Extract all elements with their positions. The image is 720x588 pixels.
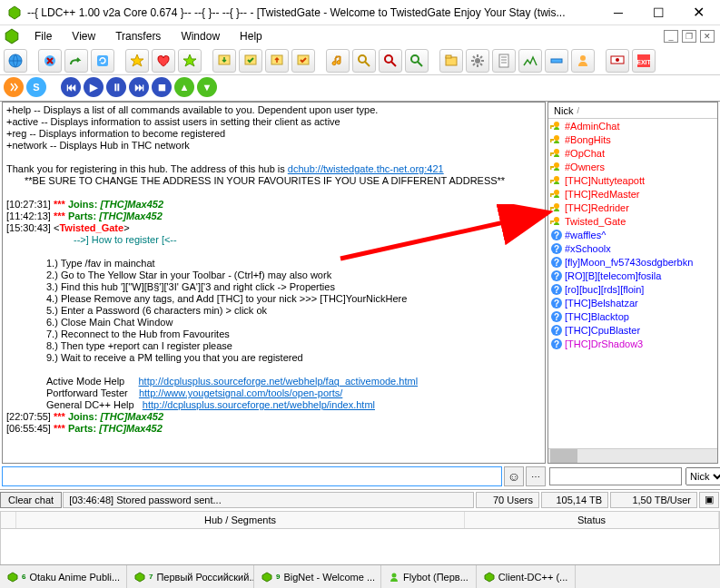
status-toggle[interactable]: ▣ bbox=[699, 492, 719, 508]
user-row[interactable]: [THC]Redrider bbox=[548, 201, 717, 214]
adl-search-icon[interactable] bbox=[379, 49, 402, 73]
menu-view[interactable]: View bbox=[63, 28, 104, 44]
user-row[interactable]: ?#xSchoolx bbox=[548, 241, 717, 255]
menu-file[interactable]: File bbox=[25, 28, 61, 44]
refresh-icon[interactable] bbox=[91, 49, 114, 73]
tab-label: Client-DC++ (... bbox=[498, 572, 567, 583]
portforward-link[interactable]: http://www.yougetsignal.com/tools/open-p… bbox=[139, 387, 342, 398]
tab-label: Otaku Anime Publi... bbox=[29, 572, 120, 583]
network-stats-icon[interactable] bbox=[518, 49, 542, 73]
col-status[interactable]: Status bbox=[465, 512, 719, 528]
upload-queue-icon[interactable] bbox=[265, 49, 289, 73]
vol-down-icon[interactable]: ▼ bbox=[197, 77, 217, 97]
user-row[interactable]: ?[THC]Blacktop bbox=[548, 309, 717, 323]
user-name: #xSchoolx bbox=[565, 243, 611, 254]
svg-text:?: ? bbox=[554, 230, 559, 240]
download-queue-icon[interactable] bbox=[212, 49, 236, 73]
user-row[interactable]: #Owners bbox=[548, 160, 717, 173]
user-row[interactable]: #AdminChat bbox=[548, 119, 717, 132]
svg-rect-15 bbox=[446, 55, 451, 58]
nick-filter-select[interactable]: Nick bbox=[685, 467, 720, 485]
user-row[interactable]: ?[fly]Moon_fv5743osdgberbkn bbox=[548, 255, 717, 269]
mdi-close-button[interactable]: ✕ bbox=[700, 30, 715, 43]
hub-tab[interactable]: Client-DC++ (... bbox=[477, 565, 576, 588]
recent-hubs-icon[interactable] bbox=[178, 49, 202, 73]
total-share: 105,14 TB bbox=[541, 492, 608, 508]
vol-up-icon[interactable]: ▲ bbox=[174, 77, 194, 97]
hub-tab[interactable]: 6Otaku Anime Publi... bbox=[0, 565, 127, 588]
options-button[interactable]: ⋯ bbox=[526, 466, 546, 486]
notepad-icon[interactable] bbox=[492, 49, 516, 73]
search-spy-icon[interactable] bbox=[405, 49, 429, 73]
status-message: [03:46:48] Stored password sent... bbox=[63, 492, 474, 508]
menu-window[interactable]: Window bbox=[172, 28, 229, 44]
clear-chat-button[interactable]: Clear chat bbox=[0, 492, 62, 508]
user-row[interactable]: [THC]Nuttyteapott bbox=[548, 173, 717, 187]
mdi-minimize-button[interactable]: _ bbox=[664, 30, 678, 43]
hub-tab[interactable]: Flybot (Перв... bbox=[381, 565, 477, 588]
play-icon[interactable]: ▶ bbox=[84, 77, 104, 97]
music-icon[interactable] bbox=[326, 49, 350, 73]
svg-point-33 bbox=[554, 162, 559, 168]
chat-input[interactable] bbox=[2, 466, 502, 486]
user-row[interactable]: ?[THC]DrShadow3 bbox=[548, 337, 717, 350]
maximize-button[interactable]: ☐ bbox=[638, 0, 678, 25]
user-row[interactable]: #OpChat bbox=[548, 146, 717, 160]
question-icon: ? bbox=[550, 324, 563, 337]
user-list[interactable]: #AdminChat#BongHits#OpChat#Owners[THC]Nu… bbox=[548, 119, 717, 448]
shutdown-icon[interactable] bbox=[606, 49, 629, 73]
nick-filter-input[interactable] bbox=[549, 467, 682, 485]
user-row[interactable]: ?[RO][B][telecom]fosila bbox=[548, 269, 717, 282]
exit-icon[interactable]: EXIT bbox=[632, 49, 656, 73]
open-filelist-icon[interactable] bbox=[439, 49, 463, 73]
menu-transfers[interactable]: Transfers bbox=[106, 28, 170, 44]
user-row[interactable]: ?[THC]Belshatzar bbox=[548, 296, 717, 309]
user-row[interactable]: ?[ro][buc][rds][floin] bbox=[548, 282, 717, 296]
search-icon[interactable] bbox=[352, 49, 376, 73]
svg-marker-5 bbox=[131, 54, 143, 66]
winamp-icon[interactable] bbox=[4, 77, 24, 97]
minimize-button[interactable]: ─ bbox=[598, 0, 638, 25]
user-row[interactable]: [THC]RedMaster bbox=[548, 187, 717, 201]
prev-track-icon[interactable]: ⏮ bbox=[61, 77, 81, 97]
svg-text:?: ? bbox=[554, 244, 559, 254]
active-mode-link[interactable]: http://dcplusplus.sourceforge.net/webhel… bbox=[139, 376, 419, 387]
user-row[interactable]: Twisted_Gate bbox=[548, 214, 717, 228]
settings-icon[interactable] bbox=[466, 49, 489, 73]
mdi-restore-button[interactable]: ❐ bbox=[682, 30, 696, 43]
fav-hubs-icon[interactable] bbox=[125, 49, 149, 73]
finished-ul-icon[interactable] bbox=[291, 49, 315, 73]
pause-icon[interactable]: ⏸ bbox=[106, 77, 126, 97]
reconnect-icon[interactable] bbox=[38, 49, 62, 73]
general-help-link[interactable]: http://dcplusplus.sourceforge.net/webhel… bbox=[143, 399, 375, 410]
emoji-button[interactable]: ☺ bbox=[504, 466, 524, 486]
hub-icon bbox=[484, 572, 495, 583]
svg-point-21 bbox=[616, 58, 619, 62]
horizontal-scrollbar[interactable] bbox=[548, 448, 717, 463]
close-button[interactable]: ✕ bbox=[678, 0, 718, 25]
chat-log[interactable]: +help -- Displays a list of all commands… bbox=[3, 103, 545, 463]
nick-column-header[interactable]: Nick / bbox=[548, 103, 717, 119]
chat-line: 9.) Wait to receive a PM telling you tha… bbox=[46, 352, 541, 364]
finished-dl-icon[interactable] bbox=[239, 49, 262, 73]
user-name: [THC]CpuBlaster bbox=[565, 325, 640, 336]
stop-icon[interactable]: ⏹ bbox=[152, 77, 172, 97]
user-row[interactable]: #BongHits bbox=[548, 132, 717, 146]
menu-help[interactable]: Help bbox=[231, 28, 271, 44]
fav-users-icon[interactable] bbox=[152, 49, 175, 73]
follow-redirect-icon[interactable] bbox=[64, 49, 88, 73]
col-hub[interactable]: Hub / Segments bbox=[16, 512, 465, 528]
user-name: #Owners bbox=[565, 162, 605, 172]
globe-icon[interactable] bbox=[4, 49, 27, 73]
next-track-icon[interactable]: ⏭ bbox=[129, 77, 149, 97]
hub-tab[interactable]: 7Первый Российский... bbox=[127, 565, 254, 588]
hub-address-link[interactable]: dchub://twistedgate.thc-net.org:421 bbox=[288, 163, 444, 174]
user-row[interactable]: ?#waffles^ bbox=[548, 228, 717, 241]
chat-line: **BE SURE TO CHANGE THE ADDRESS IN YOUR … bbox=[25, 175, 541, 187]
user-row[interactable]: ?[THC]CpuBlaster bbox=[548, 323, 717, 337]
svg-marker-66 bbox=[8, 573, 17, 582]
hash-progress-icon[interactable] bbox=[545, 49, 568, 73]
away-icon[interactable] bbox=[571, 49, 595, 73]
hub-tab[interactable]: 9BigNet - Welcome ... bbox=[254, 565, 381, 588]
skype-icon[interactable]: S bbox=[26, 77, 46, 97]
